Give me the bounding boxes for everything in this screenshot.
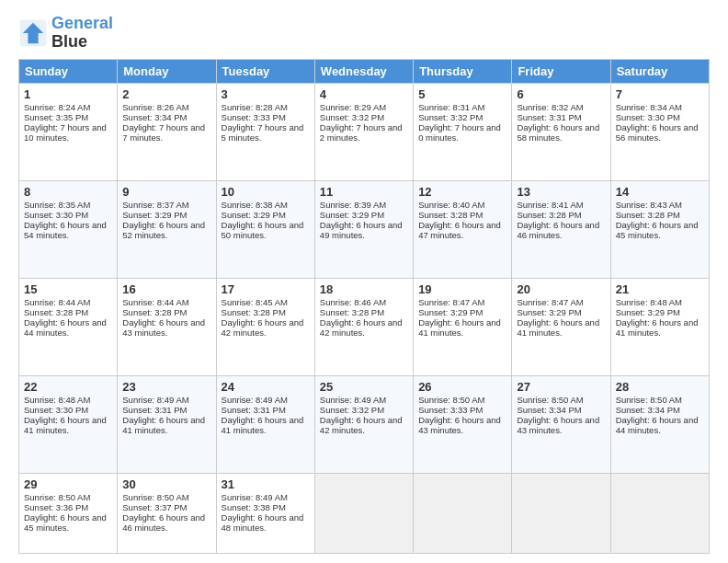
calendar-cell: 31Sunrise: 8:49 AMSunset: 3:38 PMDayligh…	[216, 474, 314, 554]
day-info: Sunrise: 8:50 AMSunset: 3:37 PMDaylight:…	[122, 492, 205, 533]
day-info: Sunrise: 8:49 AMSunset: 3:38 PMDaylight:…	[222, 492, 304, 533]
calendar-cell: 30Sunrise: 8:50 AMSunset: 3:37 PMDayligh…	[118, 474, 216, 554]
day-number: 16	[122, 282, 210, 296]
day-info: Sunrise: 8:49 AMSunset: 3:31 PMDaylight:…	[222, 395, 304, 435]
day-info: Sunrise: 8:34 AMSunset: 3:30 PMDaylight:…	[616, 102, 699, 143]
calendar-cell: 29Sunrise: 8:50 AMSunset: 3:36 PMDayligh…	[19, 474, 118, 554]
calendar-cell	[414, 474, 512, 554]
day-info: Sunrise: 8:47 AMSunset: 3:29 PMDaylight:…	[517, 297, 599, 338]
calendar-week-row: 15Sunrise: 8:44 AMSunset: 3:28 PMDayligh…	[19, 278, 710, 375]
calendar-day-header: Thursday	[414, 59, 512, 83]
calendar-cell: 8Sunrise: 8:35 AMSunset: 3:30 PMDaylight…	[19, 180, 118, 278]
day-info: Sunrise: 8:40 AMSunset: 3:28 PMDaylight:…	[418, 200, 501, 240]
logo-text: General Blue	[51, 15, 113, 52]
calendar-cell: 19Sunrise: 8:47 AMSunset: 3:29 PMDayligh…	[414, 278, 512, 375]
calendar-day-header: Tuesday	[216, 59, 314, 83]
day-info: Sunrise: 8:47 AMSunset: 3:29 PMDaylight:…	[418, 297, 501, 338]
calendar-cell: 20Sunrise: 8:47 AMSunset: 3:29 PMDayligh…	[512, 278, 610, 375]
calendar-cell: 1Sunrise: 8:24 AMSunset: 3:35 PMDaylight…	[19, 83, 118, 180]
calendar-day-header: Monday	[118, 59, 216, 83]
calendar-cell: 15Sunrise: 8:44 AMSunset: 3:28 PMDayligh…	[19, 278, 118, 375]
day-number: 25	[320, 380, 408, 394]
calendar-cell: 21Sunrise: 8:48 AMSunset: 3:29 PMDayligh…	[610, 278, 709, 375]
calendar-cell: 3Sunrise: 8:28 AMSunset: 3:33 PMDaylight…	[216, 83, 314, 180]
day-info: Sunrise: 8:31 AMSunset: 3:32 PMDaylight:…	[418, 102, 501, 143]
calendar-cell: 12Sunrise: 8:40 AMSunset: 3:28 PMDayligh…	[414, 180, 512, 278]
day-number: 31	[222, 477, 310, 491]
day-number: 12	[418, 185, 506, 199]
day-number: 26	[418, 380, 506, 394]
calendar-cell: 14Sunrise: 8:43 AMSunset: 3:28 PMDayligh…	[610, 180, 709, 278]
day-number: 8	[24, 185, 112, 199]
day-info: Sunrise: 8:50 AMSunset: 3:33 PMDaylight:…	[418, 395, 501, 435]
calendar-week-row: 8Sunrise: 8:35 AMSunset: 3:30 PMDaylight…	[19, 180, 710, 278]
calendar-cell: 4Sunrise: 8:29 AMSunset: 3:32 PMDaylight…	[314, 83, 413, 180]
day-number: 9	[122, 185, 210, 199]
calendar-cell: 27Sunrise: 8:50 AMSunset: 3:34 PMDayligh…	[512, 376, 610, 474]
day-info: Sunrise: 8:35 AMSunset: 3:30 PMDaylight:…	[24, 200, 107, 240]
calendar-week-row: 1Sunrise: 8:24 AMSunset: 3:35 PMDaylight…	[19, 83, 710, 180]
day-number: 30	[122, 477, 210, 491]
day-number: 5	[418, 87, 506, 101]
day-number: 11	[320, 185, 408, 199]
calendar-day-header: Saturday	[610, 59, 709, 83]
day-number: 27	[517, 380, 605, 394]
day-number: 18	[320, 282, 408, 296]
calendar-week-row: 29Sunrise: 8:50 AMSunset: 3:36 PMDayligh…	[19, 474, 710, 554]
calendar-cell: 24Sunrise: 8:49 AMSunset: 3:31 PMDayligh…	[216, 376, 314, 474]
day-number: 3	[222, 87, 310, 101]
calendar-cell: 5Sunrise: 8:31 AMSunset: 3:32 PMDaylight…	[414, 83, 512, 180]
day-number: 1	[24, 87, 112, 101]
day-number: 7	[616, 87, 704, 101]
day-info: Sunrise: 8:41 AMSunset: 3:28 PMDaylight:…	[517, 200, 599, 240]
day-info: Sunrise: 8:48 AMSunset: 3:29 PMDaylight:…	[616, 297, 699, 338]
calendar-cell: 13Sunrise: 8:41 AMSunset: 3:28 PMDayligh…	[512, 180, 610, 278]
calendar-day-header: Wednesday	[314, 59, 413, 83]
calendar-table: SundayMondayTuesdayWednesdayThursdayFrid…	[18, 59, 710, 554]
day-number: 29	[24, 477, 112, 491]
day-number: 28	[616, 380, 704, 394]
day-info: Sunrise: 8:43 AMSunset: 3:28 PMDaylight:…	[616, 200, 699, 240]
calendar-day-header: Sunday	[19, 59, 118, 83]
calendar-cell: 28Sunrise: 8:50 AMSunset: 3:34 PMDayligh…	[610, 376, 709, 474]
day-number: 22	[24, 380, 112, 394]
calendar-cell: 25Sunrise: 8:49 AMSunset: 3:32 PMDayligh…	[314, 376, 413, 474]
calendar-cell: 2Sunrise: 8:26 AMSunset: 3:34 PMDaylight…	[118, 83, 216, 180]
calendar-cell: 17Sunrise: 8:45 AMSunset: 3:28 PMDayligh…	[216, 278, 314, 375]
day-number: 15	[24, 282, 112, 296]
calendar-day-header: Friday	[512, 59, 610, 83]
day-number: 13	[517, 185, 605, 199]
day-info: Sunrise: 8:26 AMSunset: 3:34 PMDaylight:…	[122, 102, 205, 143]
calendar-cell: 16Sunrise: 8:44 AMSunset: 3:28 PMDayligh…	[118, 278, 216, 375]
day-number: 4	[320, 87, 408, 101]
day-number: 21	[616, 282, 704, 296]
day-number: 10	[222, 185, 310, 199]
day-number: 6	[517, 87, 605, 101]
logo-icon	[18, 18, 48, 48]
calendar-cell	[512, 474, 610, 554]
calendar-cell: 10Sunrise: 8:38 AMSunset: 3:29 PMDayligh…	[216, 180, 314, 278]
day-info: Sunrise: 8:49 AMSunset: 3:31 PMDaylight:…	[122, 395, 205, 435]
calendar-cell	[314, 474, 413, 554]
day-info: Sunrise: 8:46 AMSunset: 3:28 PMDaylight:…	[320, 297, 403, 338]
calendar-cell	[610, 474, 709, 554]
calendar-header-row: SundayMondayTuesdayWednesdayThursdayFrid…	[19, 59, 710, 83]
calendar-cell: 18Sunrise: 8:46 AMSunset: 3:28 PMDayligh…	[314, 278, 413, 375]
calendar-cell: 23Sunrise: 8:49 AMSunset: 3:31 PMDayligh…	[118, 376, 216, 474]
calendar-cell: 11Sunrise: 8:39 AMSunset: 3:29 PMDayligh…	[314, 180, 413, 278]
day-info: Sunrise: 8:44 AMSunset: 3:28 PMDaylight:…	[122, 297, 205, 338]
day-info: Sunrise: 8:50 AMSunset: 3:36 PMDaylight:…	[24, 492, 107, 533]
day-info: Sunrise: 8:38 AMSunset: 3:29 PMDaylight:…	[222, 200, 304, 240]
day-info: Sunrise: 8:45 AMSunset: 3:28 PMDaylight:…	[222, 297, 304, 338]
day-info: Sunrise: 8:50 AMSunset: 3:34 PMDaylight:…	[616, 395, 699, 435]
calendar-cell: 7Sunrise: 8:34 AMSunset: 3:30 PMDaylight…	[610, 83, 709, 180]
day-number: 17	[222, 282, 310, 296]
day-number: 23	[122, 380, 210, 394]
day-info: Sunrise: 8:29 AMSunset: 3:32 PMDaylight:…	[320, 102, 403, 143]
day-number: 24	[222, 380, 310, 394]
calendar-cell: 26Sunrise: 8:50 AMSunset: 3:33 PMDayligh…	[414, 376, 512, 474]
calendar-cell: 22Sunrise: 8:48 AMSunset: 3:30 PMDayligh…	[19, 376, 118, 474]
day-info: Sunrise: 8:48 AMSunset: 3:30 PMDaylight:…	[24, 395, 107, 435]
day-info: Sunrise: 8:37 AMSunset: 3:29 PMDaylight:…	[122, 200, 205, 240]
day-number: 2	[122, 87, 210, 101]
